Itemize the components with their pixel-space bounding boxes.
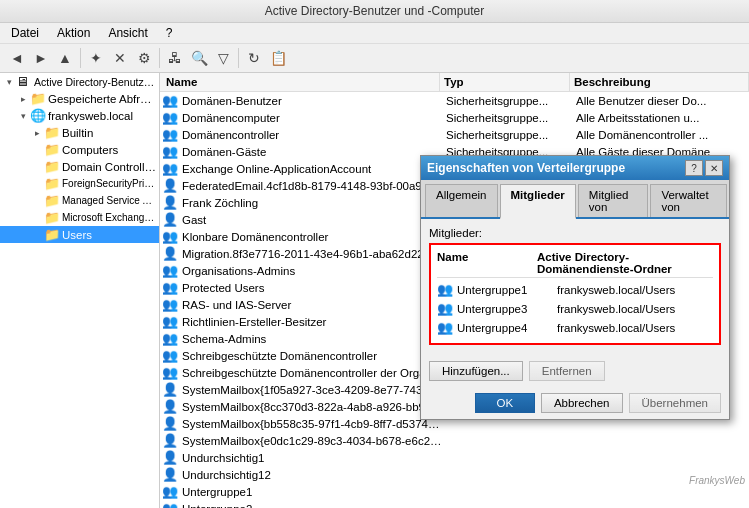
dialog-title-bar: Eigenschaften von Verteilergruppe ? ✕ [421,156,729,180]
dialog-title-buttons: ? ✕ [685,160,723,176]
group-label: Mitglieder: [429,227,721,239]
member-rows: 👥 Untergruppe1 frankysweb.local/Users 👥 … [437,280,713,337]
member-folder: frankysweb.local/Users [557,322,713,334]
dialog: Eigenschaften von Verteilergruppe ? ✕ Al… [420,155,730,420]
member-name: Untergruppe3 [457,303,557,315]
dialog-ok-buttons: OK Abbrechen Übernehmen [421,387,729,419]
member-header: Name Active Directory-Domänendienste-Ord… [437,251,713,278]
add-button[interactable]: Hinzufügen... [429,361,523,381]
members-group-box: Name Active Directory-Domänendienste-Ord… [429,243,721,345]
tab-allgemein[interactable]: Allgemein [425,184,498,217]
member-icon: 👥 [437,282,453,297]
dialog-overlay: Eigenschaften von Verteilergruppe ? ✕ Al… [0,0,749,508]
apply-button[interactable]: Übernehmen [629,393,721,413]
tab-mitglied-von[interactable]: Mitglied von [578,184,649,217]
dialog-tabs: Allgemein Mitglieder Mitglied von Verwal… [421,180,729,219]
dialog-body: Mitglieder: Name Active Directory-Domäne… [421,219,729,361]
dialog-action-buttons: Hinzufügen... Entfernen [421,361,729,387]
cancel-button[interactable]: Abbrechen [541,393,623,413]
member-row[interactable]: 👥 Untergruppe3 frankysweb.local/Users [437,299,713,318]
member-col-ad-header: Active Directory-Domänendienste-Ordner [537,251,713,275]
tab-mitglieder[interactable]: Mitglieder [500,184,576,219]
member-folder: frankysweb.local/Users [557,284,713,296]
member-col-name-header: Name [437,251,537,275]
dialog-title: Eigenschaften von Verteilergruppe [427,161,625,175]
dialog-close-btn[interactable]: ✕ [705,160,723,176]
member-name: Untergruppe1 [457,284,557,296]
member-folder: frankysweb.local/Users [557,303,713,315]
dialog-help-btn[interactable]: ? [685,160,703,176]
remove-button[interactable]: Entfernen [529,361,605,381]
tab-verwaltet-von[interactable]: Verwaltet von [650,184,727,217]
member-name: Untergruppe4 [457,322,557,334]
member-row[interactable]: 👥 Untergruppe4 frankysweb.local/Users [437,318,713,337]
member-icon: 👥 [437,320,453,335]
member-row[interactable]: 👥 Untergruppe1 frankysweb.local/Users [437,280,713,299]
ok-button[interactable]: OK [475,393,535,413]
member-icon: 👥 [437,301,453,316]
